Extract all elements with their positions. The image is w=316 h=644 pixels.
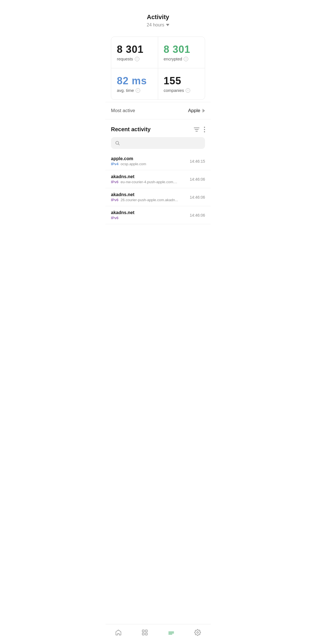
requests-value: 8 301: [117, 44, 152, 55]
protocol-label: IPv6: [111, 198, 119, 202]
chevron-down-icon: [166, 24, 169, 26]
activity-item-left: akadns.netIPv6: [111, 210, 187, 220]
activity-domain: akadns.net: [111, 192, 187, 197]
activity-item[interactable]: akadns.netIPv6 eu-nw-courier-4.push-appl…: [105, 170, 211, 188]
activity-subdomain: IPv6: [111, 216, 184, 220]
activity-domain: akadns.net: [111, 210, 187, 215]
activity-domain: akadns.net: [111, 174, 187, 179]
header-icons: [194, 127, 205, 132]
filter-icon[interactable]: [194, 128, 199, 131]
activity-time: 14:46:06: [190, 195, 205, 199]
protocol-label: IPv6: [111, 216, 119, 220]
svg-point-0: [116, 141, 119, 144]
activity-time: 14:46:06: [190, 213, 205, 217]
companies-label: companies: [164, 88, 184, 93]
most-active-row: Most active Apple: [105, 102, 211, 119]
activity-domain: apple.com: [111, 156, 187, 161]
most-active-value: Apple: [188, 108, 200, 114]
search-icon: [115, 140, 120, 146]
activity-item-left: akadns.netIPv6 eu-nw-courier-4.push-appl…: [111, 174, 187, 184]
activity-item[interactable]: akadns.netIPv6 14:46:06: [105, 206, 211, 224]
stat-requests: 8 301 requests i: [111, 37, 158, 68]
time-filter-label: 24 hours: [147, 22, 164, 28]
stat-companies: 155 companies i: [158, 68, 205, 99]
encrypted-info-icon[interactable]: i: [184, 57, 188, 61]
protocol-label: IPv6: [111, 180, 119, 184]
stat-avg-time: 82 ms avg. time i: [111, 68, 158, 99]
avg-time-value: 82 ms: [117, 75, 152, 87]
activity-time: 14:46:06: [190, 177, 205, 182]
activity-item-left: akadns.netIPv6 26.courier-push-apple.com…: [111, 192, 187, 202]
encrypted-value: 8 301: [164, 44, 199, 55]
recent-activity-header: Recent activity: [105, 119, 211, 137]
companies-value: 155: [164, 75, 199, 87]
activity-item-left: apple.comIPv4 ocsp.apple.com: [111, 156, 187, 166]
most-active-link[interactable]: Apple: [188, 108, 205, 114]
svg-line-1: [118, 144, 119, 145]
activity-subdomain: IPv4 ocsp.apple.com: [111, 162, 184, 166]
protocol-label: IPv4: [111, 162, 119, 166]
avg-time-label: avg. time: [117, 88, 134, 93]
activity-item[interactable]: akadns.netIPv6 26.courier-push-apple.com…: [105, 188, 211, 206]
stat-encrypted: 8 301 encrypted i: [158, 37, 205, 68]
activity-list: apple.comIPv4 ocsp.apple.com14:46:15akad…: [105, 152, 211, 224]
activity-time: 14:46:15: [190, 159, 205, 164]
page-title: Activity: [111, 13, 205, 21]
activity-subdomain: IPv6 eu-nw-courier-4.push-apple.com....: [111, 180, 184, 184]
stats-grid: 8 301 requests i 8 301 encrypted i 82 ms…: [111, 37, 205, 100]
time-filter-button[interactable]: 24 hours: [111, 22, 205, 28]
search-input[interactable]: [123, 140, 201, 146]
search-container: [105, 137, 211, 152]
activity-item[interactable]: apple.comIPv4 ocsp.apple.com14:46:15: [105, 152, 211, 170]
encrypted-label: encrypted: [164, 56, 182, 61]
most-active-label: Most active: [111, 108, 135, 114]
activity-subdomain: IPv6 26.courier-push-apple.com.akadn...: [111, 198, 184, 202]
recent-activity-title: Recent activity: [111, 126, 151, 133]
requests-info-icon[interactable]: i: [135, 57, 139, 61]
requests-label: requests: [117, 56, 133, 61]
search-wrapper: [111, 137, 205, 149]
chevron-right-icon: [203, 109, 205, 113]
avg-time-info-icon[interactable]: i: [136, 88, 140, 93]
page-header: Activity 24 hours: [105, 0, 211, 32]
more-options-icon[interactable]: [204, 127, 205, 132]
companies-info-icon[interactable]: i: [186, 88, 190, 93]
